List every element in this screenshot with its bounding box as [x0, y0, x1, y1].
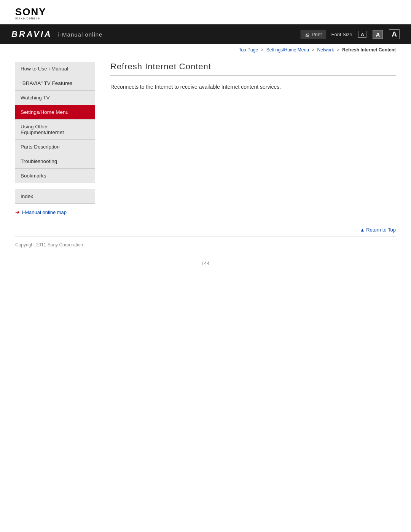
sony-logo: SONY make.believe	[15, 7, 396, 20]
imanual-subtitle: i-Manual online	[58, 31, 103, 38]
main-layout: How to Use i-Manual "BRAVIA" TV Features…	[0, 54, 411, 223]
page-title: Refresh Internet Content	[110, 62, 396, 76]
breadcrumb-sep-2: >	[312, 47, 314, 53]
breadcrumb-settings[interactable]: Settings/Home Menu	[266, 47, 309, 53]
sidebar: How to Use i-Manual "BRAVIA" TV Features…	[15, 62, 95, 215]
bravia-logo-text: BRAVIA	[11, 29, 52, 39]
sidebar-item-how-to-use[interactable]: How to Use i-Manual	[15, 62, 95, 76]
font-small-button[interactable]: A	[358, 31, 366, 38]
sidebar-item-bravia-tv[interactable]: "BRAVIA" TV Features	[15, 76, 95, 91]
logo-bar: SONY make.believe	[0, 0, 411, 24]
font-size-label: Font Size	[331, 32, 352, 37]
footer: Copyright 2011 Sony Corporation	[0, 237, 411, 253]
sidebar-item-watching-tv[interactable]: Watching TV	[15, 91, 95, 105]
sony-logo-text: SONY	[15, 7, 46, 17]
breadcrumb-sep-1: >	[261, 47, 263, 53]
sidebar-item-bookmarks[interactable]: Bookmarks	[15, 169, 95, 183]
nav-right-controls: 🖨 Print Font Size A A A	[301, 29, 400, 39]
content-description: Reconnects to the Internet to receive av…	[110, 83, 396, 91]
sidebar-item-troubleshooting[interactable]: Troubleshooting	[15, 154, 95, 169]
sidebar-item-parts-desc[interactable]: Parts Description	[15, 140, 95, 154]
return-top-bar: ▲ Return to Top	[0, 223, 411, 236]
breadcrumb-current: Refresh Internet Content	[342, 47, 396, 53]
print-button[interactable]: 🖨 Print	[301, 30, 326, 39]
sidebar-item-settings-home[interactable]: Settings/Home Menu	[15, 105, 95, 120]
breadcrumb: Top Page > Settings/Home Menu > Network …	[0, 44, 411, 54]
breadcrumb-sep-3: >	[337, 47, 339, 53]
sony-tagline: make.believe	[15, 17, 40, 20]
return-to-top-link[interactable]: ▲ Return to Top	[360, 227, 396, 233]
print-label: Print	[312, 32, 322, 37]
font-medium-button[interactable]: A	[373, 30, 383, 39]
return-top-label: Return to Top	[366, 227, 396, 233]
bravia-title: BRAVIA i-Manual online	[11, 29, 102, 39]
breadcrumb-network[interactable]: Network	[317, 47, 334, 53]
breadcrumb-top-page[interactable]: Top Page	[239, 47, 258, 53]
page-number: 144	[0, 253, 411, 270]
sidebar-gap	[15, 183, 95, 189]
font-large-button[interactable]: A	[389, 29, 400, 39]
sidebar-item-using-other[interactable]: Using Other Equipment/Internet	[15, 120, 95, 140]
arrow-right-icon: ➔	[15, 209, 20, 215]
copyright-text: Copyright 2011 Sony Corporation	[15, 242, 83, 248]
content-area: Refresh Internet Content Reconnects to t…	[107, 62, 396, 215]
imanual-map-link[interactable]: ➔ i-Manual online map	[15, 209, 95, 215]
sidebar-item-index[interactable]: Index	[15, 189, 95, 204]
imanual-map-label: i-Manual online map	[22, 209, 67, 215]
triangle-up-icon: ▲	[360, 227, 365, 233]
print-icon: 🖨	[305, 32, 310, 37]
nav-bar: BRAVIA i-Manual online 🖨 Print Font Size…	[0, 24, 411, 44]
